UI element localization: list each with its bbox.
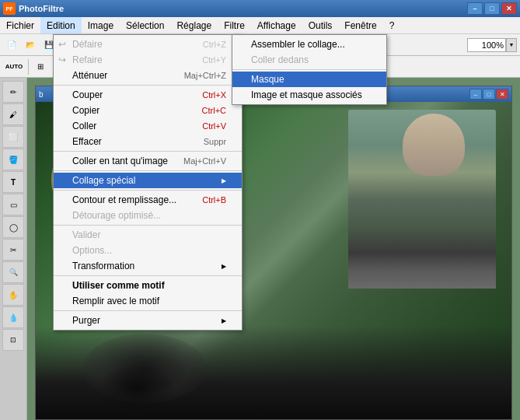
attenuer-label: Atténuer: [72, 70, 107, 81]
menu-refaire[interactable]: ↪ Refaire Ctrl+Y: [54, 52, 242, 68]
attenuer-shortcut: Maj+Ctrl+Z: [169, 71, 226, 80]
tool-hand[interactable]: ✋: [2, 284, 24, 306]
menu-group-6: Valider Options... Transformation ▶: [54, 226, 242, 276]
menu-assembler[interactable]: Assembler le collage...: [232, 37, 386, 52]
menu-bar: Fichier Edition Image Sélection Réglage …: [0, 17, 520, 34]
menu-selection[interactable]: Sélection: [120, 17, 170, 33]
inner-title-buttons: – □ ✕: [469, 89, 508, 100]
inner-minimize[interactable]: –: [469, 89, 482, 100]
assembler-label: Assembler le collage...: [251, 39, 345, 50]
transformation-label: Transformation: [72, 261, 134, 271]
refaire-label: Refaire: [72, 54, 103, 65]
menu-group-4: Collage spécial ▶: [54, 171, 242, 191]
collage-group-1: Assembler le collage... Coller dedans: [232, 35, 386, 70]
effacer-shortcut: Suppr: [188, 137, 226, 146]
couper-shortcut: Ctrl+X: [187, 90, 226, 100]
menu-collage-special[interactable]: Collage spécial ▶: [54, 173, 242, 188]
tool-fill[interactable]: 🪣: [2, 149, 24, 170]
tb2-auto[interactable]: AUTO: [3, 58, 25, 75]
menu-edition[interactable]: Edition: [40, 17, 82, 33]
menu-fichier[interactable]: Fichier: [0, 17, 40, 33]
inner-close[interactable]: ✕: [496, 89, 508, 100]
coller-image-shortcut: Maj+Ctrl+V: [168, 156, 226, 166]
menu-remplir-motif[interactable]: Remplir avec le motif: [54, 293, 242, 309]
defaire-shortcut: Ctrl+Z: [187, 40, 226, 49]
menu-coller-dedans[interactable]: Coller dedans: [232, 52, 386, 68]
menu-image[interactable]: Image: [82, 17, 120, 33]
refaire-shortcut: Ctrl+Y: [187, 55, 226, 65]
masque-label: Masque: [251, 74, 284, 85]
menu-options[interactable]: Options...: [54, 243, 242, 258]
image-masque-label: Image et masque associés: [251, 89, 362, 100]
tb-open[interactable]: 📂: [22, 37, 39, 54]
menu-image-masque[interactable]: Image et masque associés: [232, 87, 386, 103]
minimize-button[interactable]: –: [467, 2, 483, 15]
coller-shortcut: Ctrl+V: [187, 121, 226, 131]
zoom-input[interactable]: 100%: [467, 38, 506, 52]
close-button[interactable]: ✕: [501, 2, 517, 15]
inner-maximize[interactable]: □: [483, 89, 495, 100]
menu-purger[interactable]: Purger ▶: [54, 313, 242, 328]
menu-fenetre[interactable]: Fenêtre: [338, 17, 382, 33]
tool-select-rect[interactable]: ▭: [2, 194, 24, 215]
remplir-motif-label: Remplir avec le motif: [72, 296, 159, 306]
tool-eraser[interactable]: ⬜: [2, 126, 24, 148]
menu-group-3: Coller en tant qu'image Maj+Ctrl+V: [54, 152, 242, 171]
refaire-icon: ↪: [58, 54, 66, 65]
copier-shortcut: Ctrl+C: [187, 106, 226, 115]
menu-group-2: Couper Ctrl+X Copier Ctrl+C Coller Ctrl+…: [54, 86, 242, 152]
menu-affichage[interactable]: Affichage: [251, 17, 302, 33]
coller-image-label: Coller en tant qu'image: [72, 156, 168, 166]
collage-special-label: Collage spécial: [72, 175, 135, 186]
zoom-dropdown[interactable]: ▼: [506, 38, 517, 52]
purger-label: Purger: [72, 315, 100, 326]
maximize-button[interactable]: □: [484, 2, 500, 15]
menu-contour[interactable]: Contour et remplissage... Ctrl+B: [54, 192, 242, 208]
left-panel: ✏ 🖌 ⬜ 🪣 T ▭ ◯ ✂ 🔍 ✋ 💧 ⊡: [0, 78, 27, 420]
purger-arrow: ▶: [222, 317, 226, 324]
coller-label: Coller: [72, 121, 96, 131]
tool-select-ellipse[interactable]: ◯: [2, 216, 24, 238]
defaire-label: Défaire: [72, 39, 103, 50]
menu-filtre[interactable]: Filtre: [218, 17, 251, 33]
contour-label: Contour et remplissage...: [72, 194, 176, 205]
menu-transformation[interactable]: Transformation ▶: [54, 258, 242, 274]
collage-group-2: Masque Image et masque associés: [232, 70, 386, 104]
transformation-arrow: ▶: [222, 263, 226, 270]
menu-coller-image[interactable]: Coller en tant qu'image Maj+Ctrl+V: [54, 153, 242, 169]
tool-eyedrop[interactable]: 💧: [2, 306, 24, 328]
edition-menu: ↩ Défaire Ctrl+Z ↪ Refaire Ctrl+Y Atténu…: [53, 34, 243, 331]
menu-reglage[interactable]: Réglage: [170, 17, 218, 33]
inner-title: b: [39, 90, 44, 99]
tb2-grid1[interactable]: ⊞: [32, 58, 49, 75]
menu-outils[interactable]: Outils: [302, 17, 339, 33]
effacer-label: Effacer: [72, 136, 102, 147]
menu-valider[interactable]: Valider: [54, 227, 242, 243]
tb-new[interactable]: 📄: [3, 37, 20, 54]
menu-help[interactable]: ?: [383, 17, 401, 33]
menu-copier[interactable]: Copier Ctrl+C: [54, 103, 242, 118]
collage-special-arrow: ▶: [222, 177, 226, 184]
menu-coller[interactable]: Coller Ctrl+V: [54, 118, 242, 134]
tool-crop[interactable]: ⊡: [2, 329, 24, 351]
tool-brush[interactable]: 🖌: [2, 103, 24, 125]
menu-couper[interactable]: Couper Ctrl+X: [54, 87, 242, 103]
tool-lasso[interactable]: ✂: [2, 239, 24, 261]
menu-effacer[interactable]: Effacer Suppr: [54, 134, 242, 149]
valider-label: Valider: [72, 229, 100, 240]
menu-group-8: Purger ▶: [54, 311, 242, 330]
menu-defaire[interactable]: ↩ Défaire Ctrl+Z: [54, 37, 242, 52]
menu-masque[interactable]: Masque: [232, 72, 386, 87]
tool-text[interactable]: T: [2, 171, 24, 193]
detourage-label: Détourage optimisé...: [72, 210, 161, 221]
menu-detourage[interactable]: Détourage optimisé...: [54, 208, 242, 223]
defaire-icon: ↩: [58, 39, 66, 50]
menu-group-7: Utiliser comme motif Remplir avec le mot…: [54, 276, 242, 311]
tool-pencil[interactable]: ✏: [2, 81, 24, 103]
menu-utiliser-motif[interactable]: Utiliser comme motif: [54, 278, 242, 293]
app-title: PhotoFiltre: [19, 4, 64, 13]
menu-group-5: Contour et remplissage... Ctrl+B Détoura…: [54, 191, 242, 226]
couper-label: Couper: [72, 89, 103, 100]
menu-attenuer[interactable]: Atténuer Maj+Ctrl+Z: [54, 68, 242, 83]
tool-zoom[interactable]: 🔍: [2, 261, 24, 283]
